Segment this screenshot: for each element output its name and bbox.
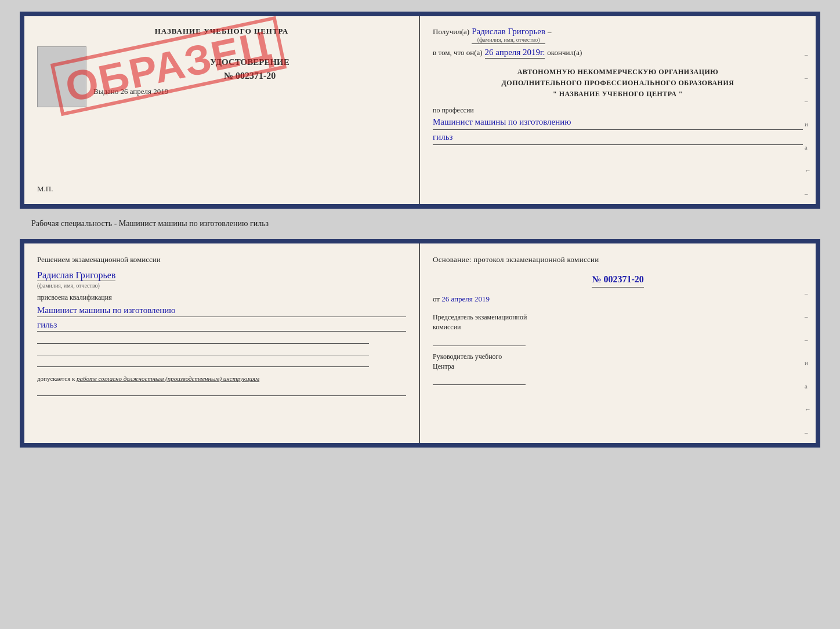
org-block: АВТОНОМНУЮ НЕКОММЕРЧЕСКУЮ ОРГАНИЗАЦИЮ ДО… <box>433 67 803 100</box>
profession-label: по профессии <box>433 106 803 115</box>
finished-label: окончил(а) <box>547 48 582 57</box>
osnov-title: Основание: протокол экзаменационной коми… <box>433 254 803 266</box>
specialty-caption: Рабочая специальность - Машинист машины … <box>31 219 269 228</box>
bottom-document: Решением экзаменационной комиссии Радисл… <box>20 239 820 448</box>
bottom-right-content: Основание: протокол экзаменационной коми… <box>433 254 803 391</box>
bottom-name: Радислав Григорьев <box>37 270 115 281</box>
top-center-name: НАЗВАНИЕ УЧЕБНОГО ЦЕНТРА <box>37 27 406 36</box>
cert-box: УДОСТОВЕРЕНИЕ № 002371-20 Выдано 26 апре… <box>37 46 406 107</box>
date-line: в том, что он(а) 26 апреля 2019г. окончи… <box>433 48 803 59</box>
bottom-name-sub: (фамилия, имя, отчество) <box>37 282 406 289</box>
org-line2: ДОПОЛНИТЕЛЬНОГО ПРОФЕССИОНАЛЬНОГО ОБРАЗО… <box>433 78 803 89</box>
org-line1: АВТОНОМНУЮ НЕКОММЕРЧЕСКУЮ ОРГАНИЗАЦИЮ <box>433 67 803 78</box>
dash1: – <box>548 27 552 37</box>
chairman-label2: комиссии <box>433 322 803 332</box>
head-block: Руководитель учебного Центра <box>433 352 803 386</box>
side-marks-bottom: – – – и а ← – – <box>805 290 811 448</box>
proto-num: № 002371-20 <box>592 272 643 288</box>
from-date-val: 26 апреля 2019 <box>441 294 490 303</box>
mp-line: М.П. <box>37 184 406 194</box>
blank-line2 <box>37 345 369 355</box>
profession-value1: Машинист машины по изготовлению <box>433 116 803 130</box>
blank-line1 <box>37 333 369 344</box>
top-document: НАЗВАНИЕ УЧЕБНОГО ЦЕНТРА УДОСТОВЕРЕНИЕ №… <box>20 12 820 209</box>
chairman-sig-line <box>433 335 526 346</box>
dopusk-text: допускается к работе согласно должностны… <box>37 374 406 384</box>
qual-label: присвоена квалификация <box>37 293 406 302</box>
section-title: Решением экзаменационной комиссии <box>37 254 406 266</box>
bottom-left-content: Решением экзаменационной комиссии Радисл… <box>37 254 406 396</box>
chairman-block: Председатель экзаменационной комиссии <box>433 312 803 346</box>
cert-photo-placeholder <box>37 46 86 107</box>
cert-info: УДОСТОВЕРЕНИЕ № 002371-20 Выдано 26 апре… <box>93 46 406 107</box>
bottom-doc-right: Основание: протокол экзаменационной коми… <box>420 243 816 443</box>
from-date-line: от 26 апреля 2019 <box>433 293 803 306</box>
proto-num-wrap: № 002371-20 <box>433 272 803 290</box>
received-label: Получил(а) <box>433 27 469 37</box>
from-label: от <box>433 294 440 303</box>
dopusk-value: работе согласно должностным (производств… <box>77 375 259 382</box>
top-doc-left: НАЗВАНИЕ УЧЕБНОГО ЦЕНТРА УДОСТОВЕРЕНИЕ №… <box>24 16 420 204</box>
received-line: Получил(а) Радислав Григорьев (фамилия, … <box>433 27 803 44</box>
chairman-label1: Председатель экзаменационной <box>433 312 803 322</box>
finish-date: 26 апреля 2019г. <box>485 48 545 59</box>
received-name: Радислав Григорьев (фамилия, имя, отчест… <box>472 27 545 44</box>
qual-value1: Машинист машины по изготовлению <box>37 304 406 317</box>
org-line3: " НАЗВАНИЕ УЧЕБНОГО ЦЕНТРА " <box>433 89 803 100</box>
cert-number: № 002371-20 <box>93 71 406 81</box>
profession-value2: гильз <box>433 131 803 145</box>
top-doc-right: Получил(а) Радислав Григорьев (фамилия, … <box>420 16 816 204</box>
side-marks-top: – – – и а ← – – <box>805 51 811 209</box>
head-label1: Руководитель учебного <box>433 352 803 362</box>
issued-date: 26 апреля 2019 <box>121 87 169 96</box>
issued-label: Выдано <box>93 87 118 96</box>
dopusk-underline <box>37 386 406 396</box>
dopusk-label: допускается к <box>37 375 75 382</box>
cert-issued: Выдано 26 апреля 2019 <box>93 87 406 96</box>
head-sig-line <box>433 373 526 385</box>
blank-line3 <box>37 357 369 367</box>
name-sub: (фамилия, имя, отчество) <box>472 37 545 43</box>
head-label2: Центра <box>433 362 803 372</box>
bottom-doc-left: Решением экзаменационной комиссии Радисл… <box>24 243 420 443</box>
in-that-label: в том, что он(а) <box>433 48 483 57</box>
qual-value2: гильз <box>37 319 406 332</box>
cert-title: УДОСТОВЕРЕНИЕ <box>93 57 406 67</box>
